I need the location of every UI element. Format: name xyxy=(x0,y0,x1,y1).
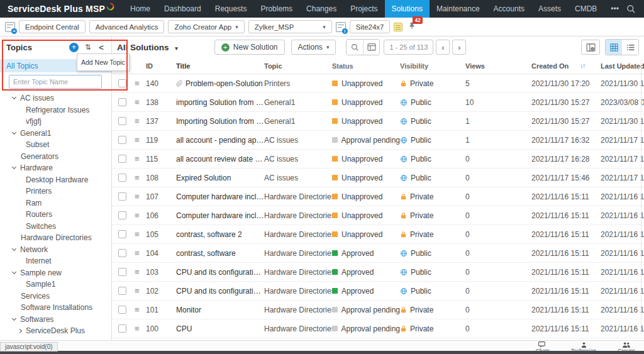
row-checkbox[interactable] xyxy=(118,117,126,125)
view-selector[interactable]: All Solutions ▾ xyxy=(117,43,178,52)
row-checkbox[interactable] xyxy=(118,136,126,144)
collapse-panel-icon[interactable]: < xyxy=(97,43,105,52)
solution-title-link[interactable]: CPU xyxy=(176,324,192,333)
sort-icon[interactable]: ↓↑ xyxy=(580,62,585,69)
next-page-button[interactable]: › xyxy=(452,40,466,55)
chevron-right-icon[interactable] xyxy=(18,329,22,333)
chevron-down-icon[interactable] xyxy=(12,246,16,251)
topic-name-input[interactable] xyxy=(9,75,102,89)
drag-handle-icon[interactable]: ≡ xyxy=(135,192,146,201)
search-solutions-icon[interactable] xyxy=(347,40,363,55)
solution-title-link[interactable]: CPU and its configurations 2 xyxy=(176,268,264,277)
topic-item-hardware[interactable]: Hardware xyxy=(0,162,111,174)
topic-item-subset[interactable]: Subset xyxy=(0,139,111,151)
nav-item-maintenance[interactable]: Maintenance xyxy=(430,0,487,18)
row-checkbox[interactable] xyxy=(118,192,126,201)
chevron-down-icon[interactable] xyxy=(12,165,16,169)
topic-item-network[interactable]: Network xyxy=(0,244,111,256)
chevron-down-icon[interactable] xyxy=(12,130,16,135)
column-chooser-icon[interactable] xyxy=(581,40,600,55)
list-view-icon[interactable] xyxy=(622,40,638,55)
search-icon[interactable] xyxy=(626,3,637,14)
row-checkbox[interactable] xyxy=(118,79,126,87)
nav-item-problems[interactable]: Problems xyxy=(253,0,299,18)
app-info-icon[interactable]: i xyxy=(336,22,346,32)
solution-title-link[interactable]: CPU and its configurations xyxy=(176,287,264,296)
drag-handle-icon[interactable]: ≡ xyxy=(135,79,146,88)
solution-title-link[interactable]: Monitor xyxy=(176,306,201,314)
solution-title-link[interactable]: Expired Solution xyxy=(176,174,231,182)
topic-item-generators[interactable]: Generators xyxy=(0,151,111,163)
nav-item-requests[interactable]: Requests xyxy=(208,0,254,18)
row-checkbox[interactable] xyxy=(118,249,126,257)
topic-item-refrigerator-issues[interactable]: Refrigerator Issues xyxy=(0,104,111,116)
nav-item-home[interactable]: Home xyxy=(123,0,157,18)
advanced-analytics-button[interactable]: Advanced Analytics xyxy=(89,20,165,33)
zoho-creator-app-button[interactable]: Zoho Creator App▾ xyxy=(168,20,244,33)
actions-button[interactable]: Actions▾ xyxy=(291,40,336,55)
chevron-down-icon[interactable] xyxy=(12,270,16,274)
row-checkbox[interactable] xyxy=(118,155,126,163)
topic-item-vfjgfj[interactable]: vfjgfj xyxy=(0,116,111,128)
table-settings-icon[interactable] xyxy=(363,40,379,55)
pinned-announcements-icon[interactable]: 42 xyxy=(408,21,416,32)
solution-title-link[interactable]: Computer hardware includes the... xyxy=(176,211,264,220)
column-header-visibility[interactable]: Visibility xyxy=(400,62,465,70)
drag-handle-icon[interactable]: ≡ xyxy=(135,267,146,277)
nav-item-cmdb[interactable]: CMDB xyxy=(568,0,604,18)
topic-item-softwares[interactable]: Softwares xyxy=(0,314,111,326)
drag-handle-icon[interactable]: ≡ xyxy=(135,211,146,220)
solution-title-link[interactable]: all account - pending approval xyxy=(176,136,264,145)
row-checkbox[interactable] xyxy=(118,268,126,276)
solution-title-link[interactable]: importing Solution from XLS1 xyxy=(176,98,264,107)
drag-handle-icon[interactable]: ≡ xyxy=(135,324,146,333)
topic-item-ac-issues[interactable]: AC issues xyxy=(0,92,111,104)
grid-view-icon[interactable] xyxy=(606,40,622,55)
solution-title-link[interactable]: Importing Solution from XLS xyxy=(176,117,264,126)
add-topic-button[interactable]: + xyxy=(69,43,79,52)
column-header-topic[interactable]: Topic xyxy=(264,62,332,70)
row-checkbox[interactable] xyxy=(118,230,126,238)
topic-item-sample-new[interactable]: Sample new xyxy=(0,267,111,279)
nav-item-more[interactable]: ••• xyxy=(604,0,626,18)
topic-item-general1[interactable]: General1 xyxy=(0,128,111,140)
nav-item-dashboard[interactable]: Dashboard xyxy=(157,0,208,18)
column-header-id[interactable]: ID xyxy=(146,62,176,70)
drag-handle-icon[interactable]: ≡ xyxy=(135,305,146,314)
nav-item-assets[interactable]: Assets xyxy=(531,0,568,18)
column-header-views[interactable]: Views xyxy=(465,62,531,70)
row-checkbox[interactable] xyxy=(118,287,126,295)
nav-item-accounts[interactable]: Accounts xyxy=(487,0,531,18)
topic-item-software-installations[interactable]: Software Installations xyxy=(0,302,111,314)
drag-handle-icon[interactable]: ≡ xyxy=(135,154,146,163)
new-solution-button[interactable]: +New Solution xyxy=(214,40,285,55)
solution-title-link[interactable]: all account review date 14 aug 2... xyxy=(176,155,264,163)
drag-handle-icon[interactable]: ≡ xyxy=(135,97,146,107)
endpoint-central-button[interactable]: Endpoint Central xyxy=(19,20,86,33)
app-logo[interactable]: ServiceDesk Plus MSP xyxy=(0,0,123,18)
add-app-icon[interactable]: + xyxy=(5,22,15,32)
nav-item-projects[interactable]: Projects xyxy=(343,0,384,18)
drag-handle-icon[interactable]: ≡ xyxy=(135,248,146,258)
topic-item-desktop-hardware[interactable]: Desktop Hardware xyxy=(0,174,111,186)
chevron-down-icon[interactable] xyxy=(12,316,16,321)
row-checkbox[interactable] xyxy=(118,174,126,182)
solution-title-link[interactable]: Problem-open-Solution xyxy=(186,79,263,88)
solution-title-link[interactable]: contrast, software xyxy=(176,249,236,258)
row-checkbox[interactable] xyxy=(118,306,126,314)
expand-collapse-all-icon[interactable]: ⇅ xyxy=(84,43,92,52)
column-header-status[interactable]: Status xyxy=(332,62,400,70)
scrollbar-track[interactable] xyxy=(641,59,641,335)
solution-title-link[interactable]: Computer hardware includes the... xyxy=(176,192,264,201)
chevron-down-icon[interactable] xyxy=(12,95,16,99)
site24x7-button[interactable]: Site24x7 xyxy=(350,20,391,33)
nav-item-changes[interactable]: Changes xyxy=(299,0,343,18)
column-header-last-updated-on[interactable]: Last Updated On xyxy=(601,62,644,70)
row-checkbox[interactable] xyxy=(118,98,126,106)
column-header-title[interactable]: Title xyxy=(176,62,264,70)
column-header-created-on[interactable]: Created On ↓↑ xyxy=(531,62,601,70)
topic-item-sample1[interactable]: Sample1 xyxy=(0,279,111,290)
topic-item-routers[interactable]: Routers xyxy=(0,209,111,221)
sticky-note-icon[interactable] xyxy=(394,23,402,31)
topic-item-hardware-directories[interactable]: Hardware Directories xyxy=(0,232,111,244)
